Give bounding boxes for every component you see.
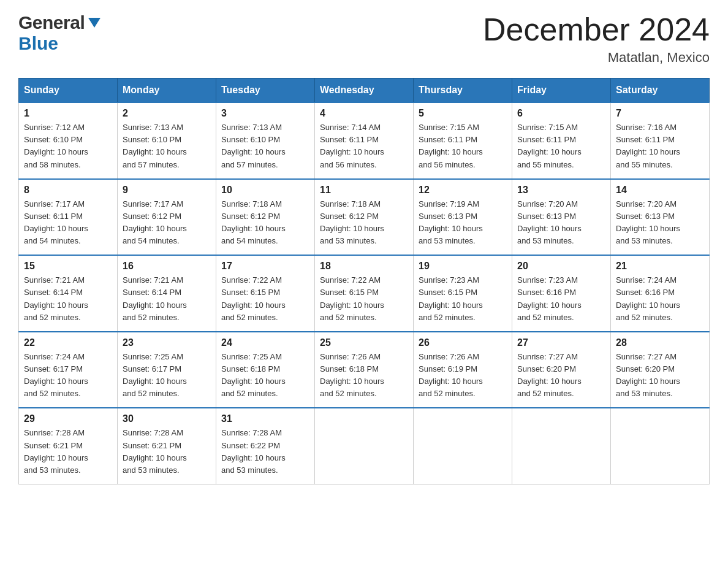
calendar-week-row: 29 Sunrise: 7:28 AM Sunset: 6:21 PM Dayl… bbox=[19, 408, 710, 484]
calendar-cell: 12 Sunrise: 7:19 AM Sunset: 6:13 PM Dayl… bbox=[414, 179, 512, 256]
calendar-week-row: 8 Sunrise: 7:17 AM Sunset: 6:11 PM Dayli… bbox=[19, 179, 710, 256]
day-number: 6 bbox=[517, 108, 605, 119]
day-info: Sunrise: 7:15 AM Sunset: 6:11 PM Dayligh… bbox=[517, 121, 605, 171]
calendar-cell: 1 Sunrise: 7:12 AM Sunset: 6:10 PM Dayli… bbox=[19, 102, 118, 179]
day-info: Sunrise: 7:23 AM Sunset: 6:16 PM Dayligh… bbox=[517, 274, 605, 324]
day-info: Sunrise: 7:25 AM Sunset: 6:18 PM Dayligh… bbox=[221, 351, 309, 400]
day-info: Sunrise: 7:24 AM Sunset: 6:16 PM Dayligh… bbox=[616, 274, 704, 324]
day-info: Sunrise: 7:21 AM Sunset: 6:14 PM Dayligh… bbox=[24, 274, 112, 324]
col-header-friday: Friday bbox=[512, 79, 611, 103]
calendar-cell: 22 Sunrise: 7:24 AM Sunset: 6:17 PM Dayl… bbox=[19, 332, 118, 408]
calendar-cell: 25 Sunrise: 7:26 AM Sunset: 6:18 PM Dayl… bbox=[315, 332, 414, 408]
day-number: 23 bbox=[123, 337, 211, 348]
month-title: December 2024 bbox=[483, 12, 710, 47]
day-number: 29 bbox=[24, 413, 112, 424]
day-number: 1 bbox=[24, 108, 112, 119]
day-info: Sunrise: 7:19 AM Sunset: 6:13 PM Dayligh… bbox=[419, 198, 507, 248]
calendar-cell: 14 Sunrise: 7:20 AM Sunset: 6:13 PM Dayl… bbox=[611, 179, 710, 256]
col-header-wednesday: Wednesday bbox=[315, 79, 414, 103]
day-number: 18 bbox=[320, 261, 408, 272]
day-number: 8 bbox=[24, 185, 112, 196]
day-info: Sunrise: 7:15 AM Sunset: 6:11 PM Dayligh… bbox=[419, 121, 507, 171]
day-number: 7 bbox=[616, 108, 704, 119]
day-number: 30 bbox=[123, 413, 211, 424]
calendar-week-row: 15 Sunrise: 7:21 AM Sunset: 6:14 PM Dayl… bbox=[19, 255, 710, 332]
day-info: Sunrise: 7:28 AM Sunset: 6:21 PM Dayligh… bbox=[123, 427, 211, 477]
calendar-cell: 15 Sunrise: 7:21 AM Sunset: 6:14 PM Dayl… bbox=[19, 255, 118, 332]
calendar-cell: 29 Sunrise: 7:28 AM Sunset: 6:21 PM Dayl… bbox=[19, 408, 118, 484]
day-number: 26 bbox=[419, 337, 507, 348]
day-number: 13 bbox=[517, 185, 605, 196]
calendar-cell bbox=[414, 408, 512, 484]
logo: General Blue bbox=[18, 12, 103, 54]
calendar-cell bbox=[315, 408, 414, 484]
day-number: 14 bbox=[616, 185, 704, 196]
day-number: 20 bbox=[517, 261, 605, 272]
col-header-saturday: Saturday bbox=[611, 79, 710, 103]
day-number: 16 bbox=[123, 261, 211, 272]
day-number: 12 bbox=[419, 185, 507, 196]
day-number: 5 bbox=[419, 108, 507, 119]
calendar-cell: 20 Sunrise: 7:23 AM Sunset: 6:16 PM Dayl… bbox=[512, 255, 611, 332]
calendar-header-row: SundayMondayTuesdayWednesdayThursdayFrid… bbox=[19, 79, 710, 103]
calendar-cell: 24 Sunrise: 7:25 AM Sunset: 6:18 PM Dayl… bbox=[216, 332, 315, 408]
day-number: 2 bbox=[123, 108, 211, 119]
calendar-cell: 21 Sunrise: 7:24 AM Sunset: 6:16 PM Dayl… bbox=[611, 255, 710, 332]
day-number: 9 bbox=[123, 185, 211, 196]
day-info: Sunrise: 7:18 AM Sunset: 6:12 PM Dayligh… bbox=[320, 198, 408, 248]
day-info: Sunrise: 7:17 AM Sunset: 6:12 PM Dayligh… bbox=[123, 198, 211, 248]
svg-marker-0 bbox=[88, 18, 100, 28]
day-number: 15 bbox=[24, 261, 112, 272]
calendar-cell: 11 Sunrise: 7:18 AM Sunset: 6:12 PM Dayl… bbox=[315, 179, 414, 256]
day-info: Sunrise: 7:23 AM Sunset: 6:15 PM Dayligh… bbox=[419, 274, 507, 324]
day-info: Sunrise: 7:16 AM Sunset: 6:11 PM Dayligh… bbox=[616, 121, 704, 171]
calendar-cell: 19 Sunrise: 7:23 AM Sunset: 6:15 PM Dayl… bbox=[414, 255, 512, 332]
day-number: 22 bbox=[24, 337, 112, 348]
day-number: 28 bbox=[616, 337, 704, 348]
calendar-cell: 27 Sunrise: 7:27 AM Sunset: 6:20 PM Dayl… bbox=[512, 332, 611, 408]
calendar-cell: 3 Sunrise: 7:13 AM Sunset: 6:10 PM Dayli… bbox=[216, 102, 315, 179]
day-number: 4 bbox=[320, 108, 408, 119]
day-info: Sunrise: 7:27 AM Sunset: 6:20 PM Dayligh… bbox=[616, 351, 704, 400]
calendar-cell: 2 Sunrise: 7:13 AM Sunset: 6:10 PM Dayli… bbox=[118, 102, 216, 179]
calendar-cell: 28 Sunrise: 7:27 AM Sunset: 6:20 PM Dayl… bbox=[611, 332, 710, 408]
day-info: Sunrise: 7:26 AM Sunset: 6:19 PM Dayligh… bbox=[419, 351, 507, 400]
day-number: 27 bbox=[517, 337, 605, 348]
calendar-cell bbox=[611, 408, 710, 484]
col-header-sunday: Sunday bbox=[19, 79, 118, 103]
day-info: Sunrise: 7:22 AM Sunset: 6:15 PM Dayligh… bbox=[320, 274, 408, 324]
day-info: Sunrise: 7:20 AM Sunset: 6:13 PM Dayligh… bbox=[616, 198, 704, 248]
day-number: 11 bbox=[320, 185, 408, 196]
day-info: Sunrise: 7:13 AM Sunset: 6:10 PM Dayligh… bbox=[221, 121, 309, 171]
day-number: 25 bbox=[320, 337, 408, 348]
calendar-cell: 18 Sunrise: 7:22 AM Sunset: 6:15 PM Dayl… bbox=[315, 255, 414, 332]
calendar-table: SundayMondayTuesdayWednesdayThursdayFrid… bbox=[18, 78, 710, 484]
day-info: Sunrise: 7:28 AM Sunset: 6:21 PM Dayligh… bbox=[24, 427, 112, 477]
logo-general-text: General bbox=[18, 12, 85, 33]
day-info: Sunrise: 7:24 AM Sunset: 6:17 PM Dayligh… bbox=[24, 351, 112, 400]
day-number: 19 bbox=[419, 261, 507, 272]
day-info: Sunrise: 7:26 AM Sunset: 6:18 PM Dayligh… bbox=[320, 351, 408, 400]
logo-arrow-icon bbox=[86, 14, 103, 31]
calendar-cell: 16 Sunrise: 7:21 AM Sunset: 6:14 PM Dayl… bbox=[118, 255, 216, 332]
calendar-cell bbox=[512, 408, 611, 484]
day-info: Sunrise: 7:27 AM Sunset: 6:20 PM Dayligh… bbox=[517, 351, 605, 400]
day-info: Sunrise: 7:22 AM Sunset: 6:15 PM Dayligh… bbox=[221, 274, 309, 324]
day-info: Sunrise: 7:28 AM Sunset: 6:22 PM Dayligh… bbox=[221, 427, 309, 477]
page-header: General Blue December 2024 Matatlan, Mex… bbox=[18, 12, 710, 66]
calendar-cell: 7 Sunrise: 7:16 AM Sunset: 6:11 PM Dayli… bbox=[611, 102, 710, 179]
day-info: Sunrise: 7:21 AM Sunset: 6:14 PM Dayligh… bbox=[123, 274, 211, 324]
calendar-cell: 23 Sunrise: 7:25 AM Sunset: 6:17 PM Dayl… bbox=[118, 332, 216, 408]
calendar-cell: 4 Sunrise: 7:14 AM Sunset: 6:11 PM Dayli… bbox=[315, 102, 414, 179]
day-number: 24 bbox=[221, 337, 309, 348]
calendar-cell: 10 Sunrise: 7:18 AM Sunset: 6:12 PM Dayl… bbox=[216, 179, 315, 256]
day-number: 17 bbox=[221, 261, 309, 272]
col-header-tuesday: Tuesday bbox=[216, 79, 315, 103]
col-header-thursday: Thursday bbox=[414, 79, 512, 103]
title-block: December 2024 Matatlan, Mexico bbox=[483, 12, 710, 66]
calendar-cell: 17 Sunrise: 7:22 AM Sunset: 6:15 PM Dayl… bbox=[216, 255, 315, 332]
day-info: Sunrise: 7:20 AM Sunset: 6:13 PM Dayligh… bbox=[517, 198, 605, 248]
calendar-cell: 13 Sunrise: 7:20 AM Sunset: 6:13 PM Dayl… bbox=[512, 179, 611, 256]
day-number: 31 bbox=[221, 413, 309, 424]
day-info: Sunrise: 7:25 AM Sunset: 6:17 PM Dayligh… bbox=[123, 351, 211, 400]
